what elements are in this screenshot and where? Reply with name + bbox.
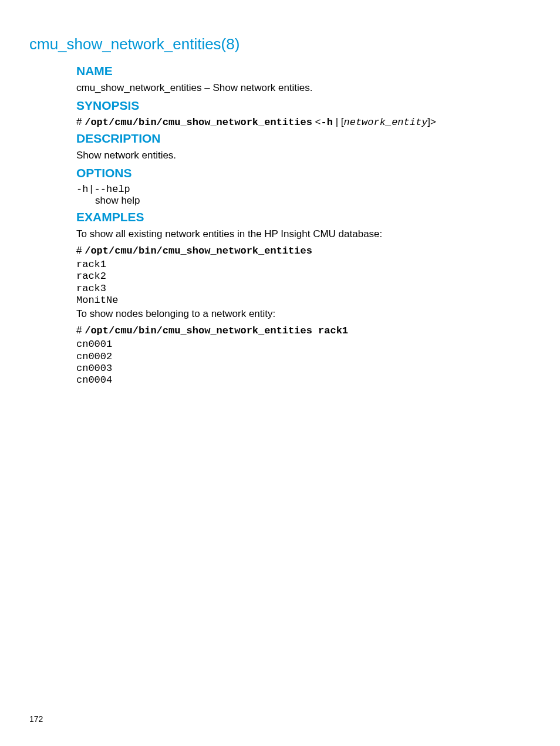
- option-block: -h|--help show help: [76, 184, 531, 207]
- heading-examples: EXAMPLES: [76, 210, 531, 224]
- cmd1-hash: #: [76, 245, 85, 256]
- synopsis-close: ]>: [427, 116, 436, 127]
- heading-options: OPTIONS: [76, 166, 531, 180]
- page-title: cmu_show_network_entities(8): [29, 35, 531, 53]
- option-desc: show help: [95, 195, 531, 207]
- cmd2-hash: #: [76, 325, 85, 336]
- synopsis-pipe: | [: [333, 116, 344, 127]
- name-text: cmu_show_network_entities – Show network…: [76, 82, 531, 95]
- examples-cmd2-line: # /opt/cmu/bin/cmu_show_network_entities…: [76, 325, 531, 336]
- page-number: 172: [29, 714, 43, 724]
- heading-description: DESCRIPTION: [76, 131, 531, 146]
- examples-intro1: To show all existing network entities in…: [76, 228, 531, 241]
- cmd2: /opt/cmu/bin/cmu_show_network_entities r…: [85, 325, 348, 336]
- heading-name: NAME: [76, 64, 531, 78]
- option-flag: -h|--help: [76, 184, 531, 195]
- heading-synopsis: SYNOPSIS: [76, 99, 531, 113]
- examples-output1: rack1 rack2 rack3 MonitNe: [76, 259, 531, 307]
- synopsis-arg: network_entity: [344, 117, 428, 128]
- synopsis-line: # /opt/cmu/bin/cmu_show_network_entities…: [76, 116, 531, 128]
- synopsis-flag: -h: [321, 117, 333, 128]
- synopsis-hash: #: [76, 116, 85, 127]
- examples-intro2: To show nodes belonging to a network ent…: [76, 308, 531, 321]
- cmd1: /opt/cmu/bin/cmu_show_network_entities: [85, 245, 312, 256]
- examples-cmd1-line: # /opt/cmu/bin/cmu_show_network_entities: [76, 245, 531, 256]
- synopsis-open: <: [312, 116, 321, 127]
- description-text: Show network entities.: [76, 149, 531, 163]
- content-area: NAME cmu_show_network_entities – Show ne…: [76, 64, 531, 387]
- examples-output2: cn0001 cn0002 cn0003 cn0004: [76, 339, 531, 387]
- synopsis-cmd: /opt/cmu/bin/cmu_show_network_entities: [85, 117, 312, 128]
